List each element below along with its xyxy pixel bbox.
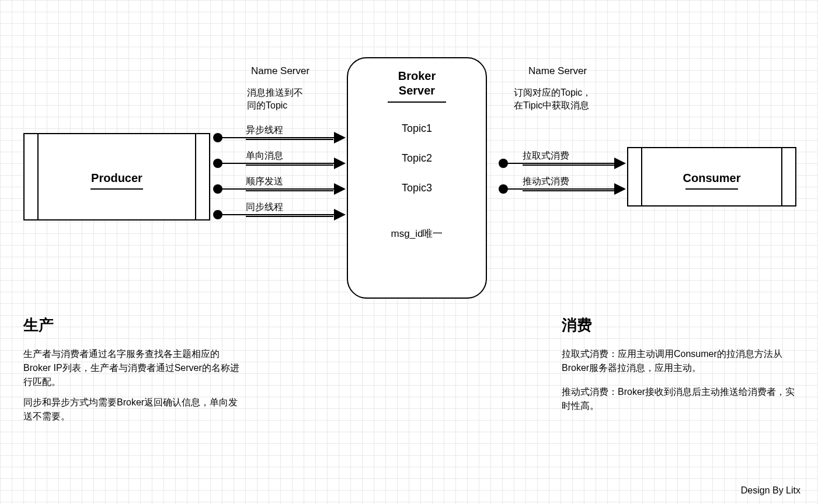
broker-node: Broker Server Topic1 Topic2 Topic3 msg_i… xyxy=(347,57,487,299)
section-produce-title: 生产 xyxy=(23,315,54,335)
section-produce-p2: 同步和异步方式均需要Broker返回确认信息，单向发送不需要。 xyxy=(23,396,239,424)
left-name-server-title: Name Server xyxy=(251,65,309,77)
consumer-node: Consumer xyxy=(627,147,796,206)
broker-topic-3: Topic3 xyxy=(348,182,486,194)
broker-title: Broker Server xyxy=(348,69,486,98)
arrow-label-sync: 同步线程 xyxy=(246,201,333,217)
section-consume-title: 消费 xyxy=(562,315,592,335)
dot-icon xyxy=(499,184,508,194)
dot-icon xyxy=(213,184,222,194)
consumer-title: Consumer xyxy=(683,164,741,185)
broker-note: msg_id唯一 xyxy=(348,227,486,240)
arrow-label-async: 异步线程 xyxy=(246,124,333,140)
left-name-server-desc: 消息推送到不同的Topic xyxy=(247,86,303,113)
arrow-label-pull: 拉取式消费 xyxy=(523,150,616,166)
section-consume-p1: 拉取式消费：应用主动调用Consumer的拉消息方法从Broker服务器拉消息，… xyxy=(562,347,801,375)
broker-topic-1: Topic1 xyxy=(348,123,486,135)
right-name-server-desc: 订阅对应的Topic，在Tipic中获取消息 xyxy=(514,86,591,113)
dot-icon xyxy=(213,133,222,142)
dot-icon xyxy=(499,159,508,168)
section-consume-p2: 推动式消费：Broker接收到消息后主动推送给消费者，实时性高。 xyxy=(562,385,801,413)
broker-topic-2: Topic2 xyxy=(348,152,486,164)
section-produce-p1: 生产者与消费者通过名字服务查找各主题相应的Broker IP列表，生产者与消费者… xyxy=(23,347,239,389)
arrow-label-oneway: 单向消息 xyxy=(246,150,333,166)
producer-title: Producer xyxy=(91,164,142,185)
footer-credit: Design By Litx xyxy=(741,485,800,496)
dot-icon xyxy=(213,159,222,168)
right-name-server-title: Name Server xyxy=(528,65,587,77)
dot-icon xyxy=(213,210,222,219)
arrow-label-ordered: 顺序发送 xyxy=(246,176,333,191)
producer-node: Producer xyxy=(23,133,210,220)
arrow-label-push: 推动式消费 xyxy=(523,176,616,191)
